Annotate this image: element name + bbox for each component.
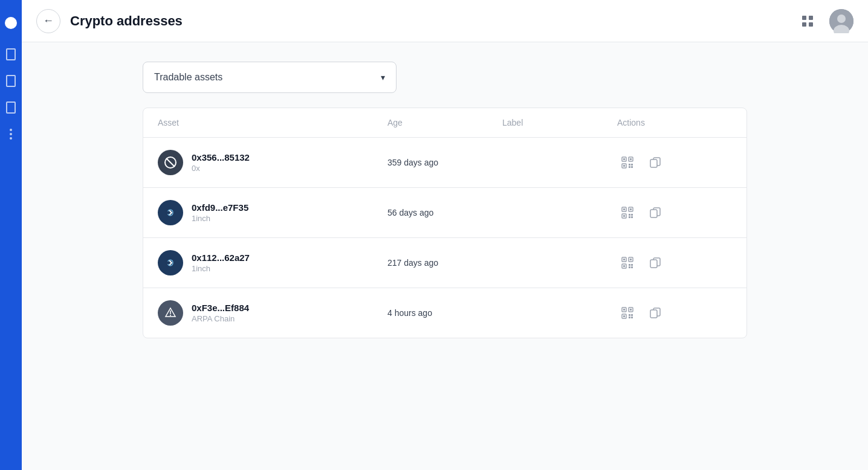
asset-cell-4: 0xF3e...Ef884 ARPA Chain [158,300,387,326]
svg-rect-40 [623,265,625,267]
svg-rect-2 [802,22,806,27]
dropdown-label: Tradable assets [154,72,222,83]
svg-rect-36 [623,259,625,260]
col-header-asset: Asset [158,118,387,127]
asset-icon-1 [158,150,183,175]
dots-icon [10,129,12,140]
svg-rect-53 [630,309,632,311]
copy-button-3[interactable] [645,253,666,273]
age-cell-4: 4 hours ago [387,308,502,318]
svg-rect-12 [630,158,632,160]
svg-rect-56 [629,314,630,316]
dropdown-container: Tradable assets ▾ [143,62,747,93]
svg-rect-61 [650,310,657,318]
sidebar-nav-3[interactable] [0,95,22,120]
qr-code-button-2[interactable] [617,202,638,223]
copy-icon-2 [649,207,661,219]
svg-point-21 [165,207,176,218]
svg-rect-30 [629,216,630,218]
svg-rect-18 [631,166,633,168]
svg-rect-59 [631,317,633,318]
nav-bracket-icon-1 [6,48,16,60]
forbidden-icon [163,155,178,170]
svg-rect-42 [631,264,633,266]
asset-icon-4 [158,300,183,326]
header-left: ← Crypto addresses [36,9,183,33]
nav-bracket-icon-3 [6,101,16,114]
copy-icon-4 [649,307,661,319]
asset-icon-3 [158,250,183,275]
asset-network-2: 1inch [192,214,248,223]
svg-rect-25 [630,208,632,210]
age-cell-2: 56 days ago [387,208,502,217]
qr-code-button-1[interactable] [617,152,638,173]
svg-rect-15 [629,164,630,166]
svg-rect-20 [650,159,657,167]
sidebar-nav-1[interactable] [0,42,22,66]
actions-cell-2 [617,202,732,223]
asset-cell-2: 0xfd9...e7F35 1inch [158,200,387,225]
asset-info-2: 0xfd9...e7F35 1inch [192,202,248,223]
grid-menu-button[interactable] [795,9,820,33]
asset-info-1: 0x356...85132 0x [192,152,250,173]
svg-rect-33 [650,210,657,217]
actions-cell-3 [617,253,732,273]
back-button[interactable]: ← [36,9,60,33]
table-row: 0x112...62a27 1inch 217 days ago [143,238,747,288]
asset-filter-dropdown[interactable]: Tradable assets ▾ [143,62,397,93]
main-content: Tradable assets ▾ Asset Age Label Action… [22,0,868,470]
asset-address-1: 0x356...85132 [192,152,250,163]
svg-rect-43 [629,266,630,268]
svg-rect-10 [623,158,625,160]
asset-network-4: ARPA Chain [192,314,249,323]
copy-icon-1 [649,156,661,169]
avatar-image [829,9,853,33]
svg-rect-44 [631,266,633,268]
grid-icon [800,14,815,28]
svg-point-5 [837,14,846,23]
arpa-icon [163,306,178,320]
asset-network-1: 0x [192,164,250,173]
1inch-icon-1 [163,205,178,220]
svg-rect-29 [631,214,633,216]
asset-address-2: 0xfd9...e7F35 [192,202,248,213]
qr-code-button-3[interactable] [617,253,638,273]
svg-rect-27 [623,215,625,217]
svg-rect-23 [623,208,625,210]
col-header-age: Age [387,118,502,127]
addresses-table: Asset Age Label Actions 0x356...85132 [143,108,747,338]
copy-button-4[interactable] [645,303,666,323]
svg-rect-58 [629,317,630,318]
svg-rect-55 [623,315,625,317]
svg-rect-57 [631,314,633,316]
qr-code-icon-3 [621,256,634,269]
svg-rect-31 [631,216,633,218]
sidebar-nav-dots[interactable] [0,122,22,146]
sidebar-logo [0,5,22,41]
copy-button-2[interactable] [645,202,666,223]
svg-rect-1 [809,16,813,20]
svg-rect-14 [623,165,625,167]
svg-line-8 [166,158,175,167]
asset-network-3: 1inch [192,264,250,273]
header-right [795,9,853,33]
qr-code-icon-1 [621,156,634,169]
nav-bracket-icon-2 [6,75,16,87]
svg-rect-16 [631,164,633,166]
svg-rect-28 [629,214,630,216]
col-header-label: Label [502,118,617,127]
sidebar-nav-2[interactable] [0,69,22,93]
copy-button-1[interactable] [645,152,666,173]
age-cell-1: 359 days ago [387,158,502,167]
asset-cell-3: 0x112...62a27 1inch [158,250,387,275]
svg-rect-51 [623,309,625,311]
qr-code-button-4[interactable] [617,303,638,323]
asset-address-4: 0xF3e...Ef884 [192,303,249,313]
svg-rect-46 [650,260,657,268]
header: ← Crypto addresses [22,0,868,42]
logo-shape [5,17,17,29]
avatar[interactable] [829,9,853,33]
actions-cell-1 [617,152,732,173]
table-row: 0xF3e...Ef884 ARPA Chain 4 hours ago [143,288,747,338]
dropdown-arrow-icon: ▾ [381,72,385,82]
